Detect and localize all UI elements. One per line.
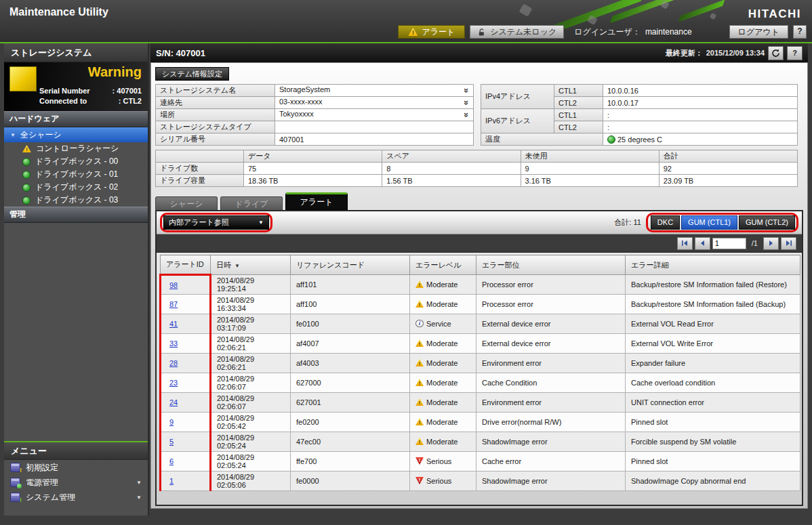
- help-button[interactable]: ?: [793, 25, 807, 39]
- last-page-button[interactable]: [781, 237, 796, 250]
- alert-id-cell: 6: [161, 452, 211, 471]
- drive-table-row: ドライブ容量 18.36 TB 1.56 TB 3.16 TB 23.09 TB: [156, 175, 798, 187]
- tree-item[interactable]: ドライブボックス - 02: [4, 181, 148, 194]
- alert-id-link[interactable]: 9: [169, 418, 174, 426]
- alerts-column-header-label: リファレンスコード: [296, 261, 365, 269]
- alert-id-link[interactable]: 1: [169, 477, 174, 485]
- annotation-filter-dropdown: 内部アラート参照 ▼: [160, 213, 272, 232]
- alert-id-link[interactable]: 33: [169, 339, 178, 348]
- sidebar: ストレージシステム Warning Serial Number : 407001…: [4, 43, 149, 516]
- drive-spare-value: 1.56 TB: [382, 175, 521, 187]
- alert-id-link[interactable]: 24: [169, 398, 178, 406]
- info-row: シリアル番号 » 407001: [156, 133, 474, 146]
- alerts-column-header[interactable]: エラー部位▼: [476, 255, 626, 275]
- alert-datetime: 2014/08/29 02:06:21: [211, 354, 291, 373]
- unlock-icon: [477, 28, 486, 37]
- error-level-icon: [415, 359, 424, 366]
- error-level-icon: [415, 339, 424, 347]
- menu-item[interactable]: システム管理 ▼: [4, 490, 148, 505]
- alert-row: 6 2014/08/29 02:05:24 ffe700 Serious Cac…: [161, 452, 800, 471]
- system-unlocked-button[interactable]: システム未ロック: [470, 25, 564, 39]
- scope-button[interactable]: DKC: [651, 215, 680, 230]
- previous-page-button[interactable]: [695, 237, 710, 250]
- alert-id-link[interactable]: 41: [169, 320, 178, 328]
- alert-button[interactable]: アラート: [398, 25, 465, 39]
- alert-error-part: ShadowImage error: [476, 471, 626, 491]
- expand-caret-icon[interactable]: ▼: [136, 495, 142, 501]
- alert-id-link[interactable]: 23: [169, 379, 178, 387]
- alert-reference-code: fe0100: [291, 314, 410, 334]
- alert-error-detail: Pinned slot: [626, 452, 800, 471]
- logout-button[interactable]: ログアウト: [729, 25, 788, 39]
- last-update-label: 最終更新：: [666, 48, 703, 58]
- main-help-button[interactable]: ?: [787, 46, 803, 60]
- scope-button[interactable]: GUM (CTL2): [739, 215, 795, 230]
- alerts-column-header[interactable]: リファレンスコード▼: [291, 255, 410, 275]
- error-level-text: Moderate: [426, 418, 458, 426]
- drive-unused-value: 9: [521, 163, 659, 175]
- menu-item[interactable]: 電源管理 ▼: [4, 475, 148, 490]
- refresh-button[interactable]: [768, 46, 784, 60]
- alerts-column-header[interactable]: アラートID▼: [161, 255, 211, 275]
- first-page-button[interactable]: [677, 237, 693, 250]
- main-content: システム情報設定 ストレージシステム名 » StorageSystem: [150, 62, 808, 509]
- status-icon: [22, 145, 31, 152]
- drive-table-header-cell: データ: [244, 150, 382, 163]
- system-info-settings-button[interactable]: システム情報設定: [155, 67, 229, 81]
- system-unlocked-label: システム未ロック: [490, 26, 556, 38]
- page-number-input[interactable]: [712, 238, 746, 249]
- alert-error-detail: ShadowImage Copy abnormal end: [626, 471, 800, 491]
- last-update-value: 2015/12/09 13:34: [706, 49, 765, 57]
- tree-item[interactable]: ドライブボックス - 01: [4, 168, 148, 181]
- edit-chevron-icon[interactable]: »: [462, 100, 472, 105]
- alert-id-cell: 98: [161, 275, 211, 295]
- tree-item[interactable]: ドライブボックス - 00: [4, 155, 148, 168]
- expand-caret-icon[interactable]: ▼: [136, 480, 142, 486]
- next-page-button[interactable]: [763, 237, 779, 250]
- alert-id-link[interactable]: 87: [169, 300, 178, 308]
- edit-chevron-icon[interactable]: »: [462, 112, 472, 117]
- alert-id-link[interactable]: 98: [169, 281, 178, 289]
- alert-error-part: Cache error: [476, 452, 626, 471]
- alert-id-link[interactable]: 5: [169, 438, 174, 446]
- section-management-header: 管理: [4, 207, 148, 223]
- temperature-row: 温度 25 degrees C: [481, 133, 798, 146]
- alert-total-count: 合計: 11: [614, 217, 641, 228]
- edit-chevron-icon[interactable]: »: [462, 88, 472, 93]
- warning-status-icon: [9, 66, 37, 91]
- tree-item[interactable]: コントローラシャーシ: [4, 142, 148, 155]
- alert-id-link[interactable]: 6: [169, 457, 174, 465]
- tree-root-all-chassis[interactable]: ▼ 全シャーシ: [4, 127, 148, 142]
- tree-item[interactable]: ドライブボックス - 03: [4, 194, 148, 207]
- menu-item-label: 初期設定: [26, 462, 58, 474]
- alerts-column-header[interactable]: 日時▼: [211, 255, 291, 275]
- tab[interactable]: ドライブ: [220, 196, 283, 210]
- alert-reference-code: fe0200: [291, 413, 410, 432]
- alert-reference-code: af4003: [291, 354, 410, 373]
- drive-data-value: 18.36 TB: [244, 175, 382, 187]
- drive-table-header-cell: 未使用: [521, 150, 659, 163]
- error-level-icon: [415, 300, 424, 308]
- menu-item[interactable]: 初期設定 ▼: [4, 460, 148, 475]
- scope-button[interactable]: GUM (CTL1): [681, 215, 737, 230]
- alert-filter-dropdown[interactable]: 内部アラート参照 ▼: [163, 215, 269, 230]
- alert-row: 41 2014/08/29 03:17:09 fe0100 Service Ex…: [161, 314, 800, 334]
- previous-page-icon: [698, 239, 706, 247]
- alerts-column-header[interactable]: エラーレベル▼: [410, 255, 476, 275]
- login-user-value: maintenance: [645, 27, 692, 37]
- annotation-scope-buttons: DKC GUM (CTL1) GUM (CTL2): [646, 213, 798, 232]
- ipv4-row-ctl1: IPv4アドレス CTL1 10.0.0.16: [481, 85, 798, 97]
- alert-reference-code: 627000: [291, 373, 410, 393]
- alert-error-part: Processor error: [476, 275, 626, 295]
- tab[interactable]: シャーシ: [155, 196, 218, 210]
- alerts-column-header[interactable]: エラー詳細▼: [626, 255, 800, 275]
- tab-label: アラート: [300, 197, 333, 207]
- ipv4-label: IPv4アドレス: [481, 85, 554, 109]
- alert-error-part: Environment error: [476, 393, 626, 413]
- tab[interactable]: アラート: [285, 192, 348, 210]
- page-title: S/N: 407001: [156, 48, 205, 58]
- menu-item-icon: [10, 492, 20, 502]
- alert-id-link[interactable]: 28: [169, 359, 178, 367]
- ipv6-ctl1-value: :: [603, 109, 798, 121]
- alert-error-detail: UNIT connection error: [626, 393, 800, 413]
